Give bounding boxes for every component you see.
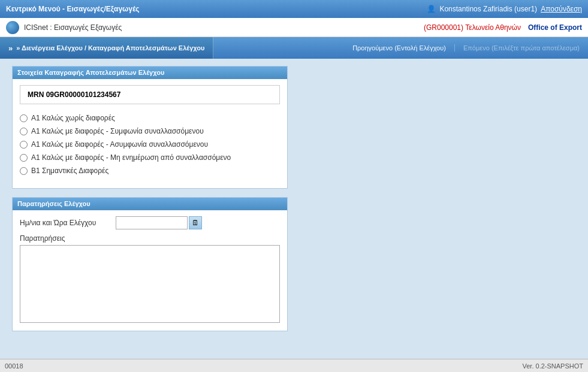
user-icon: 👤 [427, 5, 436, 13]
nav-prev-label: Προηγούμενο (Εντολή Ελέγχου) [352, 44, 446, 52]
check-results-header: Στοιχεία Καταγραφής Αποτελεσμάτων Ελέγχο… [13, 66, 287, 79]
radio-label-3: Α1 Καλώς με διαφορές - Μη ενημέρωση από … [31, 153, 231, 162]
nav-next-button: Επόμενο (Επιλέξτε πρώτα αποτέλεσμα) [455, 44, 588, 52]
check-results-body: MRN 09GR00000101234567 Α1 Καλώς χωρίς δι… [13, 79, 287, 188]
radio-label-1: Α1 Καλώς με διαφορές - Συμφωνία συναλλασ… [31, 127, 204, 135]
radio-group: Α1 Καλώς χωρίς διαφορές Α1 Καλώς με διαφ… [20, 111, 280, 182]
app-name: ICISnet : Εισαγωγές Εξαγωγές [24, 23, 122, 32]
customs-office: (GR000001) Τελωνείο Αθηνών [424, 23, 521, 32]
radio-option-0[interactable] [20, 114, 28, 122]
nav-current[interactable]: » » Διενέργεια Ελέγχου / Καταγραφή Αποτε… [0, 37, 213, 59]
nav-right: Προηγούμενο (Εντολή Ελέγχου) Επόμενο (Επ… [344, 37, 588, 59]
nav-bar: » » Διενέργεια Ελέγχου / Καταγραφή Αποτε… [0, 37, 588, 59]
main-content: Στοιχεία Καταγραφής Αποτελεσμάτων Ελέγχο… [0, 59, 588, 347]
office-export: Office of Export [528, 23, 582, 32]
second-header: ICISnet : Εισαγωγές Εξαγωγές (GR000001) … [0, 18, 588, 37]
radio-label-4: Β1 Σημαντικές Διαφορές [31, 167, 108, 175]
radio-item-3: Α1 Καλώς με διαφορές - Μη ενημέρωση από … [20, 153, 280, 162]
calendar-icon: 🗓 [192, 219, 199, 227]
remarks-label-text: Παρατηρήσεις [20, 234, 280, 243]
logout-link[interactable]: Αποσύνδεση [541, 5, 582, 13]
logo-section: ICISnet : Εισαγωγές Εξαγωγές [6, 21, 122, 34]
remarks-textarea[interactable] [20, 245, 280, 323]
mrn-label: MRN [28, 90, 44, 99]
check-results-panel: Στοιχεία Καταγραφής Αποτελεσμάτων Ελέγχο… [12, 66, 288, 189]
radio-option-3[interactable] [20, 154, 28, 162]
calendar-button[interactable]: 🗓 [189, 216, 202, 229]
status-bar: 00018 Ver. 0.2-SNAPSHOT [0, 359, 588, 372]
radio-option-1[interactable] [20, 128, 28, 135]
radio-item-4: Β1 Σημαντικές Διαφορές [20, 167, 280, 175]
nav-current-label: » Διενέργεια Ελέγχου / Καταγραφή Αποτελε… [16, 44, 204, 52]
radio-item-2: Α1 Καλώς με διαφορές - Ασυμφωνία συναλλα… [20, 140, 280, 149]
date-label: Ημ/νια και Ώρα Ελέγχου [20, 219, 116, 227]
nav-arrow-icon: » [8, 44, 13, 53]
user-name: Konstantinos Zafiriadis (user1) [439, 5, 537, 13]
right-info: (GR000001) Τελωνείο Αθηνών Office of Exp… [424, 23, 582, 32]
remarks-header: Παρατηρήσεις Ελέγχου [13, 198, 287, 210]
globe-icon [6, 21, 19, 34]
radio-label-0: Α1 Καλώς χωρίς διαφορές [31, 114, 115, 122]
status-right: Ver. 0.2-SNAPSHOT [523, 362, 583, 370]
page-title: Κεντρικό Μενού - Εισαγωγές/Εξαγωγές [6, 5, 140, 13]
date-row: Ημ/νια και Ώρα Ελέγχου 🗓 [20, 216, 280, 229]
radio-item-0: Α1 Καλώς χωρίς διαφορές [20, 114, 280, 122]
remarks-body: Ημ/νια και Ώρα Ελέγχου 🗓 Παρατηρήσεις [13, 210, 287, 331]
user-info: 👤 Konstantinos Zafiriadis (user1) Αποσύν… [427, 5, 582, 13]
mrn-box: MRN 09GR00000101234567 [20, 85, 280, 104]
mrn-value: 09GR00000101234567 [46, 90, 121, 99]
radio-label-2: Α1 Καλώς με διαφορές - Ασυμφωνία συναλλα… [31, 140, 208, 149]
radio-item-1: Α1 Καλώς με διαφορές - Συμφωνία συναλλασ… [20, 127, 280, 135]
top-header: Κεντρικό Μενού - Εισαγωγές/Εξαγωγές 👤 Ko… [0, 0, 588, 18]
radio-option-2[interactable] [20, 141, 28, 149]
date-input[interactable] [116, 216, 188, 229]
remarks-panel: Παρατηρήσεις Ελέγχου Ημ/νια και Ώρα Ελέγ… [12, 197, 288, 331]
nav-prev-button[interactable]: Προηγούμενο (Εντολή Ελέγχου) [344, 44, 455, 52]
radio-option-4[interactable] [20, 167, 28, 175]
status-left: 00018 [5, 362, 23, 370]
nav-next-label: Επόμενο (Επιλέξτε πρώτα αποτέλεσμα) [463, 44, 580, 52]
